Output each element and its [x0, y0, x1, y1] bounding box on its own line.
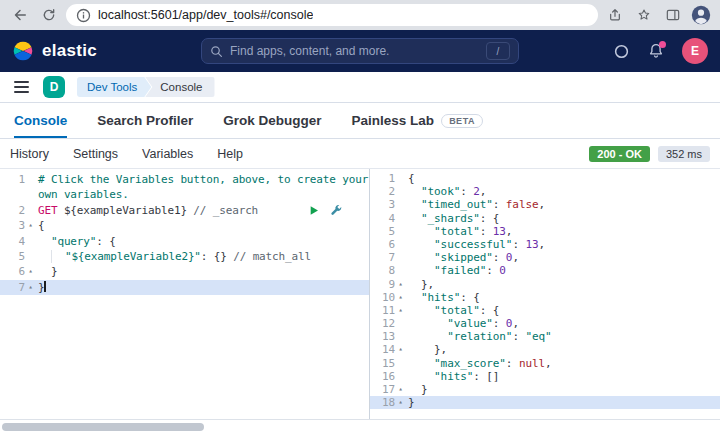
code-line[interactable]: 7 "skipped": 0,: [370, 251, 720, 264]
fold-spacer: [395, 212, 406, 225]
url-text: localhost:5601/app/dev_tools#/console: [98, 8, 313, 22]
code-line[interactable]: 5 "total": 13,: [370, 225, 720, 238]
line-number: 5: [371, 225, 395, 238]
fold-icon[interactable]: ▴: [395, 343, 406, 356]
space-avatar[interactable]: D: [43, 76, 65, 98]
breadcrumb-dev-tools[interactable]: Dev Tools: [77, 77, 151, 97]
share-icon[interactable]: [603, 3, 627, 27]
fold-spacer: [25, 234, 36, 249]
fold-icon[interactable]: ▴: [395, 291, 406, 304]
fold-icon[interactable]: ▴: [25, 280, 36, 295]
code-text: "${exampleVariable2}": {} // match_all: [36, 249, 369, 264]
code-text: "skipped": 0,: [406, 251, 720, 264]
fold-icon[interactable]: ▴: [395, 396, 406, 409]
status-code-badge: 200 - OK: [589, 146, 650, 162]
gutter: 15: [370, 357, 406, 370]
code-line[interactable]: 2GET ${exampleVariable1} // _search: [0, 203, 369, 218]
back-icon[interactable]: [8, 3, 32, 27]
code-line[interactable]: 8 "failed": 0: [370, 264, 720, 277]
tab-grok-debugger[interactable]: Grok Debugger: [223, 103, 321, 138]
tab-search-profiler[interactable]: Search Profiler: [97, 103, 193, 138]
fold-icon[interactable]: ▴: [395, 278, 406, 291]
code-line[interactable]: 18▴}: [370, 396, 720, 409]
code-text: "successful": 13,: [406, 238, 720, 251]
gutter: 3: [370, 198, 406, 211]
line-number: 7: [1, 280, 25, 295]
history-button[interactable]: History: [10, 147, 49, 161]
fold-spacer: [25, 249, 36, 264]
global-search-input[interactable]: Find apps, content, and more. /: [201, 38, 519, 64]
code-line[interactable]: 12 "value": 0,: [370, 317, 720, 330]
code-line[interactable]: 15 "max_score": null,: [370, 357, 720, 370]
elastic-logo[interactable]: [12, 40, 34, 62]
fold-icon[interactable]: ▴: [25, 218, 36, 233]
address-bar[interactable]: localhost:5601/app/dev_tools#/console: [66, 4, 598, 26]
code-line[interactable]: 4 "_shards": {: [370, 212, 720, 225]
request-options-button[interactable]: [330, 204, 343, 217]
fold-icon[interactable]: ▴: [395, 304, 406, 317]
code-line[interactable]: 13 "relation": "eq": [370, 330, 720, 343]
code-line[interactable]: 3 "timed_out": false,: [370, 198, 720, 211]
line-number: [1, 187, 25, 202]
code-line[interactable]: 14▴ },: [370, 343, 720, 356]
code-line[interactable]: 1# Click the Variables button, above, to…: [0, 172, 369, 187]
tab-painless-lab[interactable]: Painless Lab BETA: [352, 103, 483, 138]
code-line[interactable]: 6▴ }: [0, 264, 369, 279]
code-line[interactable]: 9▴ },: [370, 278, 720, 291]
console-split-view: 1# Click the Variables button, above, to…: [0, 169, 720, 419]
fold-icon[interactable]: ▴: [395, 383, 406, 396]
line-number: 11: [371, 304, 395, 317]
horizontal-scrollbar[interactable]: [2, 423, 204, 431]
code-text: "total": 13,: [406, 225, 720, 238]
code-text: }: [36, 280, 369, 295]
code-line[interactable]: 2 "took": 2,: [370, 185, 720, 198]
help-button[interactable]: Help: [217, 147, 243, 161]
breadcrumb-console[interactable]: Console: [145, 77, 214, 97]
gutter: 2: [370, 185, 406, 198]
notification-dot: [659, 41, 666, 48]
send-request-play-icon: [307, 204, 320, 217]
code-text: "_shards": {: [406, 212, 720, 225]
code-line[interactable]: 4 "query": {: [0, 234, 369, 249]
tab-grok-debugger-label: Grok Debugger: [223, 113, 321, 128]
fold-icon[interactable]: ▴: [25, 264, 36, 279]
code-line[interactable]: 16 "hits": []: [370, 370, 720, 383]
code-line[interactable]: 17▴ }: [370, 383, 720, 396]
user-avatar[interactable]: E: [682, 38, 708, 64]
fold-spacer: [25, 172, 36, 187]
settings-button[interactable]: Settings: [73, 147, 118, 161]
page-info-icon[interactable]: [76, 8, 91, 23]
code-line[interactable]: 1{: [370, 172, 720, 185]
tab-console[interactable]: Console: [14, 103, 67, 138]
code-line[interactable]: own variables.: [0, 187, 369, 202]
code-line[interactable]: 10▴ "hits": {: [370, 291, 720, 304]
code-text: own variables.: [36, 187, 369, 202]
code-line[interactable]: 6 "successful": 13,: [370, 238, 720, 251]
gutter: 6: [370, 238, 406, 251]
code-text: }: [36, 264, 369, 279]
dev-tools-tabs: Console Search Profiler Grok Debugger Pa…: [0, 103, 720, 139]
code-line[interactable]: 3▴{: [0, 218, 369, 233]
gutter: 5: [370, 225, 406, 238]
reload-icon[interactable]: [37, 3, 61, 27]
gutter: 4: [0, 234, 36, 249]
gutter: 10▴: [370, 291, 406, 304]
code-text: },: [406, 343, 720, 356]
help-ring-icon[interactable]: [613, 43, 630, 60]
gutter: 18▴: [370, 396, 406, 409]
response-time-badge: 352 ms: [658, 146, 710, 162]
side-panel-icon[interactable]: [661, 3, 685, 27]
bookmark-star-icon[interactable]: [632, 3, 656, 27]
line-number: 1: [1, 172, 25, 187]
send-request-button[interactable]: [307, 204, 320, 217]
notifications-bell-icon[interactable]: [648, 43, 664, 59]
response-editor[interactable]: 1{2 "took": 2,3 "timed_out": false,4 "_s…: [370, 169, 720, 419]
menu-icon[interactable]: [12, 77, 31, 97]
code-line[interactable]: 7▴}: [0, 280, 369, 295]
code-line[interactable]: 11▴ "total": {: [370, 304, 720, 317]
code-line[interactable]: 5 "${exampleVariable2}": {} // match_all: [0, 249, 369, 264]
request-editor[interactable]: 1# Click the Variables button, above, to…: [0, 169, 370, 419]
variables-button[interactable]: Variables: [142, 147, 193, 161]
browser-profile-avatar[interactable]: [690, 4, 712, 26]
fold-spacer: [25, 203, 36, 218]
